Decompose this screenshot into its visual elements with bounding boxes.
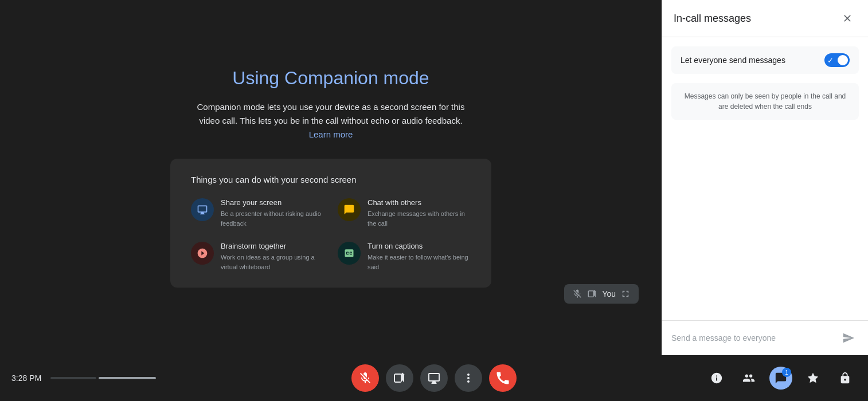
feature-chat-text: Chat with others Exchange messages with … — [367, 198, 471, 228]
features-card: Things you can do with your second scree… — [170, 159, 491, 288]
toggle-row: Let everyone send messages ✓ — [671, 46, 859, 74]
learn-more-link[interactable]: Learn more — [309, 129, 353, 139]
panel-header: In-call messages — [662, 0, 868, 37]
feature-brainstorm-text: Brainstorm together Work on ideas as a g… — [221, 242, 324, 272]
mic-button[interactable] — [351, 364, 379, 392]
safety-button[interactable] — [834, 367, 857, 390]
panel-content: Let everyone send messages ✓ Messages ca… — [662, 37, 868, 320]
feature-brainstorm: Brainstorm together Work on ideas as a g… — [191, 242, 324, 272]
share-screen-icon — [191, 198, 214, 221]
pip-mic-icon — [572, 289, 582, 299]
info-box: Messages can only be seen by people in t… — [671, 83, 859, 120]
people-button[interactable] — [737, 367, 760, 390]
bottom-bar: 3:28 PM — [0, 355, 868, 401]
feature-captions: Turn on captions Make it easier to follo… — [338, 242, 471, 272]
progress-bars — [50, 377, 156, 379]
messages-panel: In-call messages Let everyone send messa… — [662, 0, 868, 355]
feature-share-screen-text: Share your screen Be a presenter without… — [221, 198, 324, 228]
info-button[interactable] — [705, 367, 728, 390]
feature-chat: Chat with others Exchange messages with … — [338, 198, 471, 228]
brainstorm-icon — [191, 242, 214, 265]
chat-button[interactable]: 1 — [769, 367, 792, 390]
camera-button[interactable] — [386, 364, 413, 392]
captions-icon — [338, 242, 361, 265]
close-button[interactable] — [838, 9, 857, 27]
message-input-area — [662, 320, 868, 355]
progress-light — [99, 377, 156, 379]
pip-camera-icon — [587, 289, 597, 299]
pip-container: You — [564, 284, 639, 304]
companion-title: Using Companion mode — [232, 68, 429, 89]
companion-description: Companion mode lets you use your device … — [187, 100, 474, 141]
info-text: Messages can only be seen by people in t… — [681, 91, 850, 112]
main-area: Using Companion mode Companion mode lets… — [0, 0, 868, 355]
toggle-label: Let everyone send messages — [681, 56, 785, 65]
time-display: 3:28 PM — [11, 374, 41, 383]
feature-share-screen: Share your screen Be a presenter without… — [191, 198, 324, 228]
pip-label: You — [602, 289, 616, 298]
progress-dark — [50, 377, 96, 379]
video-area: Using Companion mode Companion mode lets… — [0, 0, 662, 355]
toggle-switch[interactable]: ✓ — [824, 53, 850, 67]
features-section-title: Things you can do with your second scree… — [191, 175, 471, 184]
pip-expand-icon[interactable] — [620, 289, 631, 299]
feature-captions-text: Turn on captions Make it easier to follo… — [367, 242, 471, 272]
bottom-left: 3:28 PM — [11, 374, 183, 383]
send-button[interactable] — [838, 328, 859, 348]
features-grid: Share your screen Be a presenter without… — [191, 198, 471, 272]
message-input[interactable] — [671, 333, 834, 343]
hangup-button[interactable] — [489, 364, 517, 392]
activities-button[interactable] — [801, 367, 824, 390]
bottom-right-icons: 1 — [685, 367, 857, 390]
bottom-center-controls — [351, 364, 517, 392]
chat-icon — [338, 198, 361, 221]
present-button[interactable] — [420, 364, 448, 392]
panel-title: In-call messages — [674, 13, 751, 25]
more-options-button[interactable] — [455, 364, 482, 392]
chat-badge: 1 — [782, 368, 791, 377]
